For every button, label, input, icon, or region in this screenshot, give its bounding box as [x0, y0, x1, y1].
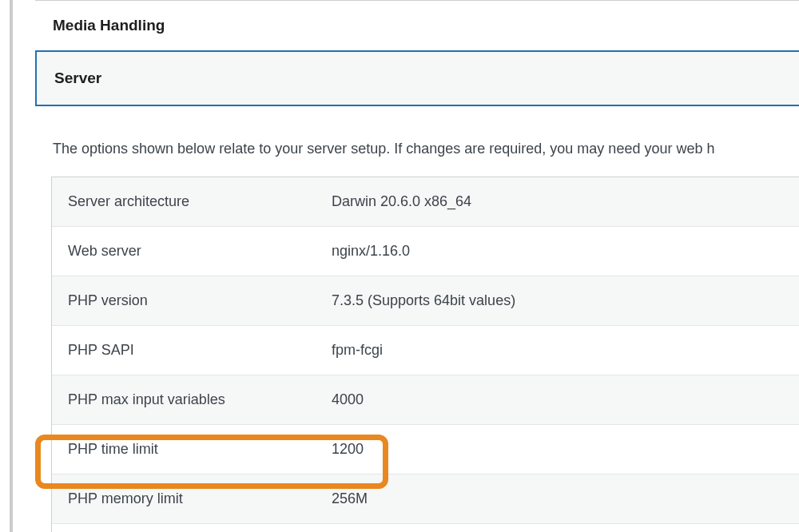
row-label: PHP max input variables [68, 391, 332, 408]
server-info-table: Server architecture Darwin 20.6.0 x86_64… [51, 177, 799, 532]
row-label: PHP version [68, 292, 332, 309]
table-row: Web server nginx/1.16.0 [52, 227, 799, 276]
table-row: Server architecture Darwin 20.6.0 x86_64 [52, 177, 799, 227]
section-media-handling[interactable]: Media Handling [35, 0, 799, 51]
section-server[interactable]: Server [35, 50, 799, 106]
row-value: 4000 [332, 391, 783, 408]
table-row: PHP time limit 1200 [52, 425, 799, 474]
table-row: PHP SAPI fpm-fcgi [52, 326, 799, 375]
table-row: PHP version 7.3.5 (Supports 64bit values… [52, 276, 799, 326]
row-value: Darwin 20.6.0 x86_64 [332, 193, 783, 210]
row-label: Server architecture [68, 193, 332, 210]
row-label: PHP memory limit [68, 490, 332, 507]
vertical-divider [10, 0, 13, 532]
table-row: PHP memory limit 256M [52, 474, 799, 524]
server-description: The options shown below relate to your s… [35, 106, 799, 177]
row-label: PHP SAPI [68, 342, 332, 359]
row-label: PHP time limit [68, 441, 332, 458]
table-row: Max input time 600 [52, 524, 799, 532]
row-label: Web server [68, 243, 332, 260]
table-row: PHP max input variables 4000 [52, 375, 799, 425]
row-value: 7.3.5 (Supports 64bit values) [332, 292, 783, 309]
section-title: Media Handling [53, 17, 165, 34]
row-value: nginx/1.16.0 [332, 243, 783, 260]
row-value: 1200 [332, 441, 783, 458]
section-title: Server [54, 69, 101, 86]
row-value: 256M [332, 490, 783, 507]
row-value: fpm-fcgi [332, 342, 783, 359]
